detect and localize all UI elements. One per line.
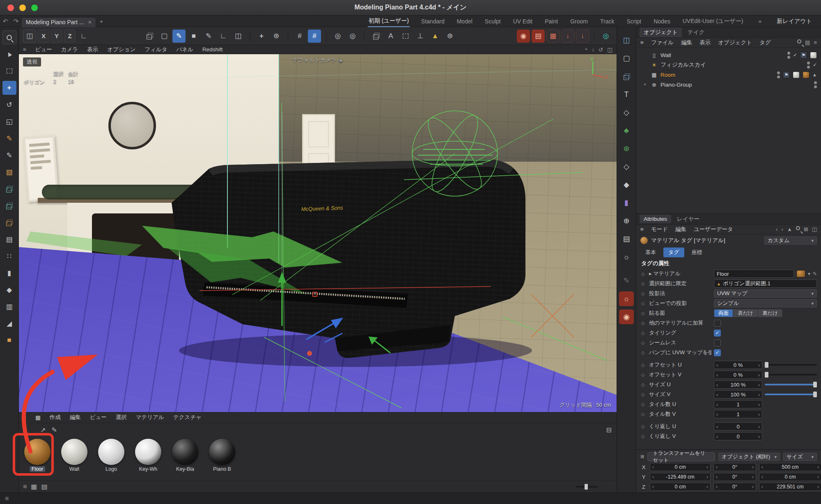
coords-mode-dropdown[interactable]: オブジェクト (相対) ▾ — [718, 453, 780, 461]
expand-icon[interactable]: ▸ — [649, 270, 652, 277]
am-history-back-icon[interactable]: ‹ — [776, 226, 777, 232]
zoom-window-button[interactable] — [31, 5, 38, 11]
pencil-icon[interactable]: ✎ — [619, 273, 634, 288]
tiles-v-stepper[interactable]: ‹ 1 › — [714, 410, 762, 418]
subdivision-icon[interactable]: ◆ — [619, 177, 634, 192]
increment-icon[interactable]: › — [752, 464, 754, 470]
size-v-slider[interactable] — [765, 394, 817, 395]
tag-properties-group[interactable]: タグの属性 — [636, 258, 821, 269]
material-trash-icon[interactable]: ⊟ — [606, 426, 612, 434]
new-document-tab-button[interactable]: + — [96, 18, 107, 25]
section-tab-basic[interactable]: 基本 — [640, 247, 661, 257]
array-tool-icon[interactable]: ◫ — [232, 30, 245, 43]
add-material-checkbox[interactable] — [714, 320, 721, 327]
projection-dropdown[interactable]: UVW マップ ▾ — [714, 289, 817, 298]
zoom-tool[interactable] — [2, 30, 16, 44]
undo-icon[interactable]: ↶ — [0, 18, 11, 25]
cube-primitive-icon[interactable] — [619, 69, 634, 84]
layout-tab-uvedit-user[interactable]: UVEdit-User (ユーザー) — [682, 16, 744, 27]
material-menu-create[interactable]: 作成 — [50, 414, 61, 421]
y-position-field[interactable]: ‹-125.489 cm› — [650, 473, 711, 481]
z-size-field[interactable]: ‹229.501 cm› — [759, 483, 821, 491]
quantize-grid-icon[interactable]: # — [308, 30, 321, 43]
decrement-icon[interactable]: ‹ — [716, 474, 718, 480]
om-menu-objects[interactable]: オブジェクト — [718, 39, 752, 46]
material-panel-menu-icon[interactable]: ≡ — [23, 415, 26, 421]
axis-center-icon[interactable]: + — [255, 30, 268, 43]
material-link-field[interactable]: Floor — [714, 270, 794, 278]
increment-icon[interactable]: › — [752, 484, 754, 490]
projection-label[interactable]: 透視 — [23, 57, 41, 66]
viewport-panel-menu-icon[interactable]: ≡ — [23, 46, 26, 53]
auto-snap-icon[interactable]: A — [384, 30, 397, 43]
close-tab-icon[interactable]: × — [88, 19, 92, 25]
uv-mode[interactable] — [2, 199, 16, 213]
polygon-pen-icon[interactable]: ✎ — [172, 30, 186, 43]
size-v-stepper[interactable]: ‹ 100 % › — [714, 390, 762, 399]
material-thumb-floor[interactable]: Floor — [21, 439, 53, 480]
om-filter-icon[interactable]: ▤ — [805, 39, 810, 46]
keyframe-icon[interactable]: ◇ — [641, 330, 647, 336]
material-view-icon[interactable]: ▦ — [35, 414, 41, 421]
repeat-u-stepper[interactable]: ‹ 0 › — [714, 422, 762, 431]
material-edit-icon[interactable]: ✎ — [813, 271, 817, 277]
increment-icon[interactable]: › — [758, 392, 760, 398]
layout-tab-model[interactable]: Model — [456, 16, 473, 26]
material-preview-pianob[interactable] — [209, 439, 235, 465]
tab-attributes[interactable]: Attributes — [640, 215, 671, 223]
increment-icon[interactable]: › — [817, 474, 819, 480]
text-tool-icon[interactable]: T — [619, 87, 634, 102]
viewport-snapshot-icon[interactable]: ↓ — [592, 46, 594, 53]
object-name[interactable]: フィジカルスカイ — [660, 61, 706, 69]
increment-icon[interactable]: › — [817, 484, 819, 490]
visibility-dots[interactable] — [787, 52, 790, 59]
status-menu-icon[interactable]: ≡ — [5, 495, 9, 502]
rotate-tool[interactable]: ↺ — [2, 98, 16, 112]
document-tab[interactable]: Modeling Piano Part ... × — [21, 17, 96, 27]
increment-icon[interactable]: › — [758, 401, 760, 408]
layout-tab-sculpt[interactable]: Sculpt — [484, 16, 502, 26]
material-card-view-icon[interactable]: ▤ — [41, 483, 47, 490]
solid-cube-icon[interactable]: ■ — [187, 30, 200, 43]
decrement-icon[interactable]: ‹ — [716, 484, 718, 490]
live-selection-tool[interactable]: ▲ — [2, 47, 16, 61]
size-u-slider[interactable] — [765, 384, 817, 385]
increment-icon[interactable]: › — [758, 382, 760, 388]
material-picker-icon[interactable]: ▾ — [808, 271, 810, 277]
increment-icon[interactable]: › — [758, 424, 760, 430]
material-eyedropper-icon[interactable]: ✎ — [51, 426, 57, 434]
viewport-menu-redshift[interactable]: Redshift — [202, 46, 223, 53]
keyframe-icon[interactable]: ◇ — [641, 402, 647, 407]
object-name[interactable]: Wall — [660, 52, 671, 58]
rs-camera-icon[interactable]: ◉ — [619, 309, 634, 324]
section-tab-tag[interactable]: タグ — [663, 247, 684, 257]
camera-label[interactable]: デフォルトカメラ ◉ — [293, 57, 343, 64]
rectangle-selection-tool[interactable] — [2, 64, 16, 78]
om-menu-tags[interactable]: タグ — [759, 39, 771, 46]
decrement-icon[interactable]: ‹ — [716, 362, 718, 368]
am-search-icon[interactable] — [796, 226, 800, 230]
visibility-dots[interactable] — [777, 71, 780, 78]
side-option-back[interactable]: 裏だけ — [758, 309, 782, 317]
material-thumb-wall[interactable]: Wall — [58, 439, 90, 480]
workplane-tool-icon[interactable]: ∟ — [217, 30, 230, 43]
am-history-forward-icon[interactable]: › — [782, 226, 783, 232]
new-layout-button[interactable]: 新レイアウト — [776, 16, 813, 27]
material-preview-keybla[interactable] — [172, 439, 198, 465]
viewport-menu-filter[interactable]: フィルタ — [144, 46, 167, 53]
knife-tool[interactable]: ◢ — [2, 316, 16, 330]
x-size-field[interactable]: ‹500 cm› — [759, 463, 821, 471]
om-search-icon[interactable] — [797, 39, 801, 44]
layout-tab-paint[interactable]: Paint — [544, 16, 559, 26]
axis-x-button[interactable]: X — [38, 30, 49, 43]
z-position-field[interactable]: ‹0 cm› — [650, 483, 711, 491]
bump-uvw-checkbox[interactable]: ✓ — [714, 349, 721, 356]
object-row-wall[interactable]: ▯ Wall ✓ ⚑ — [636, 50, 821, 60]
decrement-icon[interactable]: ‹ — [716, 392, 718, 398]
snap-cube-icon[interactable] — [369, 30, 383, 43]
object-name-selected[interactable]: Room — [660, 72, 675, 78]
object-mode[interactable] — [2, 215, 16, 229]
spline-icon[interactable]: ◇ — [619, 105, 634, 120]
material-thumb-pianob[interactable]: Piano B — [206, 439, 238, 480]
material-thumb-logo[interactable]: Logo — [95, 439, 127, 480]
